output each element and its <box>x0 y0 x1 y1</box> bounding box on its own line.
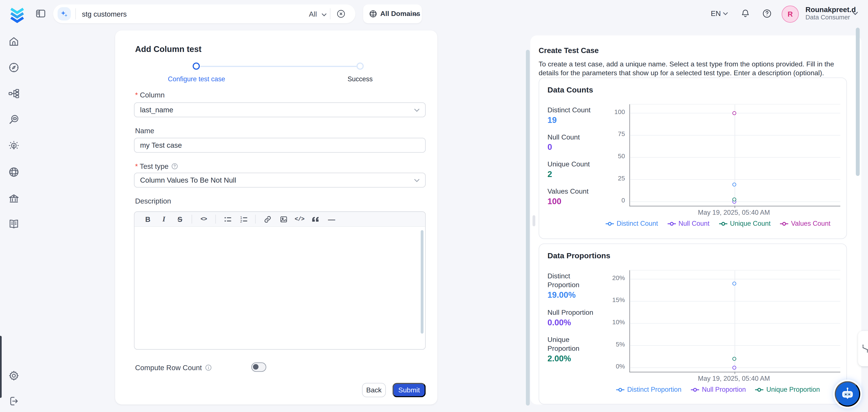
vertical-gridline <box>735 104 735 206</box>
step-success-label: Success <box>334 75 386 83</box>
ai-sparkle-icon[interactable] <box>58 7 71 21</box>
data-point[interactable] <box>733 183 737 187</box>
nav-insights-icon[interactable] <box>8 140 20 152</box>
legend-item[interactable]: Values Count <box>780 220 831 227</box>
legend-marker-icon <box>668 221 676 226</box>
legend-marker-icon <box>755 387 764 392</box>
help-icon[interactable] <box>762 8 772 19</box>
nav-governance-icon[interactable] <box>8 193 20 204</box>
help-circle-icon[interactable] <box>171 163 178 170</box>
panel-resize-grip[interactable] <box>533 215 535 226</box>
link-icon[interactable] <box>263 215 272 224</box>
legend-item[interactable]: Distinct Count <box>606 220 658 227</box>
language-selector[interactable]: EN <box>711 9 721 18</box>
divider <box>255 215 256 224</box>
italic-icon[interactable]: I <box>159 215 168 224</box>
domain-filter-button[interactable]: All Domains <box>363 4 422 23</box>
stat-distinct-proportion: Distinct Proportion 19.00% <box>548 272 600 299</box>
stat-null-proportion: Null Proportion 0.00% <box>548 308 600 327</box>
user-avatar[interactable]: R <box>782 6 799 23</box>
bullet-list-icon[interactable] <box>223 215 232 224</box>
global-search[interactable]: stg customers All <box>53 4 355 23</box>
legend-item[interactable]: Distinct Proportion <box>616 386 681 393</box>
nav-lineage-icon[interactable] <box>8 87 20 99</box>
legend-item[interactable]: Unique Proportion <box>755 386 820 393</box>
ordered-list-icon[interactable]: 12 <box>239 215 248 224</box>
y-tick-label: 100 <box>609 108 625 115</box>
settings-gear-icon[interactable] <box>8 370 20 382</box>
vertical-gridline <box>735 271 735 372</box>
stat-label: Values Count <box>548 187 599 196</box>
add-column-test-modal: Add Column test Configure test case Succ… <box>115 30 437 405</box>
name-field-label: Name <box>135 127 154 135</box>
nav-explore-icon[interactable] <box>8 61 20 73</box>
search-scope-dropdown[interactable]: All <box>309 10 317 18</box>
data-point[interactable] <box>733 357 737 360</box>
legend-marker-icon <box>691 387 699 392</box>
compute-row-count-toggle[interactable] <box>251 362 266 372</box>
chart-legend[interactable]: Distinct CountNull CountUnique CountValu… <box>602 220 834 227</box>
stat-value: 0.00% <box>548 318 600 327</box>
sign-out-icon[interactable] <box>8 395 20 407</box>
nav-glossary-icon[interactable] <box>8 218 20 230</box>
data-point[interactable] <box>733 281 737 285</box>
compute-row-count-label: Compute Row Count <box>135 363 212 372</box>
search-input[interactable]: stg customers <box>82 10 127 18</box>
expand-panel-handle[interactable] <box>858 331 868 366</box>
toggle-knob <box>253 364 259 370</box>
inline-code-icon[interactable]: <> <box>199 215 208 224</box>
legend-label: Null Count <box>678 220 709 227</box>
code-block-icon[interactable]: </> <box>295 215 304 224</box>
data-proportions-chart: 20%15%10%5%0% May 19, 2025, 05:40 AM Dis… <box>609 270 842 397</box>
blockquote-icon[interactable] <box>311 215 320 224</box>
image-icon[interactable] <box>279 215 288 224</box>
data-point[interactable] <box>733 111 737 115</box>
legend-label: Distinct Count <box>617 220 658 227</box>
svg-text:2: 2 <box>240 219 242 223</box>
chart-plot-area <box>629 104 840 206</box>
step-success-circle <box>356 63 364 70</box>
horizontal-rule-icon[interactable]: — <box>327 215 336 224</box>
legend-item[interactable]: Unique Count <box>719 220 771 227</box>
column-select[interactable]: last_name <box>134 102 426 117</box>
description-field-label: Description <box>135 197 171 205</box>
description-editor[interactable]: B I S <> 12 </> <box>134 211 426 350</box>
divider <box>330 8 331 19</box>
datahub-logo[interactable] <box>9 4 26 23</box>
data-counts-chart: 1007550250 May 19, 2025, 05:40 AM Distin… <box>609 104 842 231</box>
clear-search-icon[interactable] <box>336 9 346 19</box>
assistant-button[interactable] <box>835 381 860 407</box>
stat-values-count: Values Count 100 <box>548 187 600 206</box>
legend-item[interactable]: Null Count <box>668 220 709 227</box>
chevron-down-icon <box>414 108 420 112</box>
nav-observe-icon[interactable] <box>8 114 20 125</box>
nav-domains-icon[interactable] <box>8 166 20 178</box>
notifications-bell-icon[interactable] <box>740 8 751 19</box>
back-button[interactable]: Back <box>362 383 386 397</box>
column-field-label: Column <box>135 91 164 99</box>
submit-button[interactable]: Submit <box>393 383 426 397</box>
user-menu-chevron-icon[interactable] <box>852 12 858 15</box>
nav-home-icon[interactable] <box>8 35 20 47</box>
chart-y-axis: 20%15%10%5%0% <box>609 270 625 371</box>
name-input[interactable]: my Test case <box>134 138 426 153</box>
stat-value: 0 <box>548 142 600 152</box>
sidebar-collapse-icon[interactable] <box>35 8 46 20</box>
y-tick-label: 5% <box>609 341 625 348</box>
panel-intro-text: To create a test case, add a unique name… <box>538 60 838 78</box>
strikethrough-icon[interactable]: S <box>176 215 184 224</box>
editor-scrollbar[interactable] <box>421 230 424 334</box>
gridline <box>630 179 840 180</box>
bold-icon[interactable]: B <box>144 215 152 224</box>
legend-item[interactable]: Null Proportion <box>691 386 746 393</box>
stat-label: Null Proportion <box>548 308 599 317</box>
divider <box>215 215 216 224</box>
y-tick-label: 20% <box>609 275 625 281</box>
panel-resize-divider[interactable] <box>526 50 530 406</box>
info-circle-icon[interactable] <box>205 364 212 371</box>
test-type-select[interactable]: Column Values To Be Not Null <box>134 173 426 188</box>
data-point[interactable] <box>733 366 737 369</box>
window-scrollbar[interactable] <box>856 28 860 176</box>
chart-legend[interactable]: Distinct ProportionNull ProportionUnique… <box>602 386 834 393</box>
stat-value: 2.00% <box>548 354 600 363</box>
